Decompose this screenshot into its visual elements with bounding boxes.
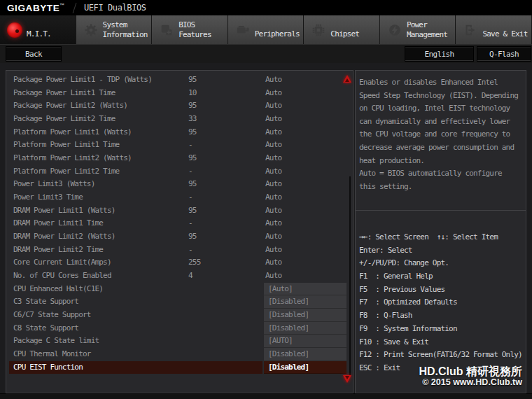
setting-label: Platform Power Limit2 Time — [13, 165, 119, 178]
key-legend-line: F9 : System Information — [359, 323, 524, 336]
setting-label: C8 State Support — [13, 322, 78, 335]
setting-option-cell[interactable]: [Disabled] — [264, 322, 346, 335]
help-text-line: Enables or disables Enhanced Intel — [359, 76, 523, 90]
tab-chipset[interactable]: Chipset — [304, 15, 380, 44]
setting-value: - — [188, 139, 192, 152]
setting-label: Platform Power Limit1 (Watts) — [13, 126, 132, 139]
setting-row-c3-state-support[interactable]: C3 State Support[Disabled] — [6, 295, 352, 309]
gear-icon — [83, 22, 99, 38]
setting-label: C6/C7 State Support — [13, 309, 91, 322]
setting-value: 95 — [188, 126, 197, 139]
back-button[interactable]: Back — [6, 46, 62, 62]
setting-row-cpu-eist-function[interactable]: CPU EIST Function[Disabled] — [6, 361, 352, 374]
setting-label: DRAM Power Limit1 (Watts) — [13, 204, 115, 218]
watermark-title: HD.Club 精研視務所 — [419, 366, 522, 377]
setting-row-c6-c7-state-support[interactable]: C6/C7 State Support[Disabled] — [6, 309, 352, 322]
setting-option-cell[interactable]: [Auto] — [264, 283, 346, 296]
setting-option: Auto — [265, 99, 281, 113]
setting-row-power-limit3-time[interactable]: Power Limit3 Time-Auto — [6, 191, 352, 204]
scroll-down-icon[interactable] — [343, 375, 351, 383]
setting-value: - — [188, 191, 192, 204]
setting-label: Platform Power Limit2 (Watts) — [13, 152, 132, 165]
setting-row-cpu-thermal-monitor[interactable]: CPU Thermal Monitor[Disabled] — [6, 348, 352, 361]
setting-label: Package Power Limit2 Time — [13, 113, 115, 126]
language-button[interactable]: English — [405, 46, 474, 62]
setting-row-dram-power-limit1-watts[interactable]: DRAM Power Limit1 (Watts)95Auto — [6, 204, 352, 218]
setting-row-platform-power-limit1-watts[interactable]: Platform Power Limit1 (Watts)95Auto — [6, 126, 352, 139]
scrollbar-track[interactable] — [349, 176, 351, 377]
setting-option: Auto — [265, 165, 281, 178]
setting-row-package-power-limit2-watts[interactable]: Package Power Limit2 (Watts)95Auto — [6, 99, 352, 113]
setting-option: Auto — [265, 139, 281, 152]
watermark-copyright: © 2015 www.HD.Club.tw — [419, 377, 522, 388]
setting-option-cell[interactable]: [Disabled] — [264, 295, 346, 309]
setting-row-platform-power-limit2-time[interactable]: Platform Power Limit2 Time-Auto — [6, 165, 352, 178]
tab-mit[interactable]: M.I.T. — [0, 15, 76, 44]
setting-value: 4 — [188, 270, 192, 283]
setting-option: [AUTO] — [264, 335, 346, 348]
setting-value: 95 — [188, 74, 197, 87]
setting-value: - — [188, 244, 192, 257]
bios-chip-plus-icon — [158, 22, 175, 38]
setting-option: Auto — [265, 126, 281, 139]
setting-row-package-c-state-limit[interactable]: Package C State limit[AUTO] — [6, 335, 352, 348]
setting-option: Auto — [265, 244, 281, 257]
setting-value: 95 — [188, 230, 197, 244]
setting-row-package-power-limit2-time[interactable]: Package Power Limit2 Time33Auto — [6, 113, 352, 126]
setting-option: Auto — [265, 113, 281, 126]
setting-label: DRAM Power Limit1 Time — [13, 217, 103, 230]
setting-option: [Auto] — [264, 283, 346, 296]
setting-option: Auto — [265, 74, 281, 87]
setting-option: [Disabled] — [264, 348, 346, 361]
setting-option: Auto — [265, 217, 281, 230]
tab-label: Save & Exit — [482, 29, 527, 39]
setting-value: 95 — [188, 152, 197, 165]
qflash-button[interactable]: Q-Flash — [477, 46, 531, 62]
setting-label: C3 State Support — [13, 295, 78, 309]
setting-option: Auto — [265, 191, 281, 204]
tab-save-exit[interactable]: Save & Exit — [456, 15, 532, 44]
setting-label: CPU Enhanced Halt(C1E) — [13, 283, 103, 296]
setting-row-dram-power-limit2-time[interactable]: DRAM Power Limit2 Time-Auto — [6, 244, 352, 257]
setting-option: [Disabled] — [264, 361, 346, 374]
setting-row-platform-power-limit2-watts[interactable]: Platform Power Limit2 (Watts)95Auto — [6, 152, 352, 165]
setting-value: 33 — [188, 113, 197, 126]
setting-label: Power Limit3 Time — [13, 191, 83, 204]
tab-power-management[interactable]: PowerManagement — [380, 15, 456, 44]
setting-option: Auto — [265, 204, 281, 218]
setting-row-dram-power-limit1-time[interactable]: DRAM Power Limit1 Time-Auto — [6, 217, 352, 230]
setting-option-cell[interactable]: [Disabled] — [264, 361, 346, 374]
key-legend-line: F8 : Q-Flash — [359, 309, 524, 323]
trademark-symbol: ™ — [59, 3, 65, 8]
setting-option: [Disabled] — [264, 309, 346, 322]
setting-row-platform-power-limit1-time[interactable]: Platform Power Limit1 Time-Auto — [6, 139, 352, 152]
setting-option-cell[interactable]: [AUTO] — [264, 335, 346, 348]
item-help-panel: Enables or disables Enhanced IntelSpeed … — [355, 70, 526, 211]
peripherals-icon — [234, 22, 251, 38]
setting-row-package-power-limit1-tdp-watts[interactable]: Package Power Limit1 - TDP (Watts)95Auto — [6, 74, 352, 87]
setting-row-c8-state-support[interactable]: C8 State Support[Disabled] — [6, 322, 352, 335]
setting-option: Auto — [265, 178, 281, 191]
setting-option-cell[interactable]: [Disabled] — [264, 309, 346, 322]
scroll-up-icon[interactable] — [343, 75, 351, 83]
setting-row-core-current-limit-amps[interactable]: Core Current Limit(Amps)255Auto — [6, 256, 352, 270]
setting-row-power-limit3-watts[interactable]: Power Limit3 (Watts)95Auto — [6, 178, 352, 191]
setting-value: 95 — [188, 204, 197, 218]
tab-label: PowerManagement — [407, 20, 447, 40]
setting-row-package-power-limit1-time[interactable]: Package Power Limit1 Time10Auto — [6, 87, 352, 100]
setting-option: [Disabled] — [264, 322, 346, 335]
setting-label: Package C State limit — [13, 335, 99, 348]
help-text-line: decrease average power consumption and — [359, 141, 523, 155]
setting-value: 95 — [188, 99, 197, 113]
key-legend: →←: Select Screen ↑↓: Select ItemEnter: … — [356, 211, 526, 375]
tab-bios-features[interactable]: BIOSFeatures — [152, 15, 228, 44]
setting-row-dram-power-limit2-watts[interactable]: DRAM Power Limit2 (Watts)95Auto — [6, 230, 352, 244]
setting-option-cell[interactable]: [Disabled] — [264, 348, 346, 361]
gigabyte-logo: GIGABYTE™ — [7, 3, 65, 13]
setting-row-cpu-enhanced-halt-c1e[interactable]: CPU Enhanced Halt(C1E)[Auto] — [6, 283, 352, 296]
setting-value: - — [188, 165, 192, 178]
setting-option: Auto — [265, 230, 281, 244]
setting-row-no-of-cpu-cores-enabled[interactable]: No. of CPU Cores Enabled4Auto — [6, 270, 352, 283]
tab-system-information[interactable]: SystemInformation — [76, 15, 153, 44]
tab-peripherals[interactable]: Peripherals — [228, 15, 304, 44]
